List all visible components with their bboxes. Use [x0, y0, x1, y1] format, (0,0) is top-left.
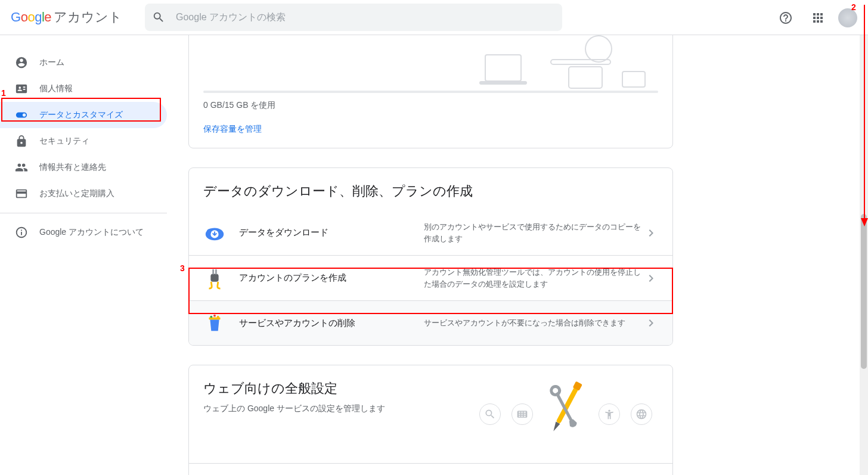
sidebar-item-payments[interactable]: お支払いと定期購入: [0, 181, 167, 207]
row-delete-service-account[interactable]: サービスやアカウントの削除 サービスやアカウントが不要になった場合は削除できます: [189, 300, 672, 345]
svg-rect-10: [212, 269, 214, 274]
svg-rect-5: [622, 72, 645, 87]
row-language[interactable]: 言語 日本語（日本）: [189, 463, 672, 475]
sidebar-item-home[interactable]: ホーム: [0, 49, 167, 76]
keyboard-bubble-icon: [512, 403, 533, 425]
plug-icon: [203, 267, 226, 290]
row-desc: サービスやアカウントが不要になった場合は削除できます: [424, 317, 644, 329]
svg-marker-18: [551, 422, 560, 433]
lock-icon: [14, 134, 29, 148]
chevron-right-icon: [644, 316, 658, 330]
svg-rect-0: [485, 55, 521, 81]
tools-drawing: [533, 380, 599, 439]
svg-point-16: [608, 410, 610, 412]
section-subtitle: ウェブ上の Google サービスの設定を管理します: [203, 403, 385, 414]
credit-card-icon: [14, 187, 29, 201]
sidebar-item-personal-info[interactable]: 個人情報: [0, 76, 167, 102]
sidebar-item-label: データとカスタマイズ: [39, 110, 123, 120]
scrollbar-thumb[interactable]: [861, 214, 867, 369]
row-title: データをダウンロード: [239, 227, 424, 238]
trash-icon: [203, 312, 226, 334]
sidebar-item-label: お支払いと定期購入: [39, 188, 114, 199]
storage-card: 0 GB/15 GB を使用 保存容量を管理: [188, 35, 673, 148]
download-cloud-icon: [203, 222, 226, 244]
id-card-icon: [14, 82, 29, 96]
sidebar-item-about[interactable]: Google アカウントについて: [0, 219, 167, 246]
storage-illustration: [189, 35, 672, 91]
search-input[interactable]: [175, 11, 555, 23]
svg-point-21: [550, 385, 561, 396]
sidebar-separator: [0, 213, 167, 213]
help-button[interactable]: [774, 6, 798, 30]
storage-progress-bar: [203, 91, 658, 93]
svg-rect-11: [215, 269, 217, 274]
section-title: ウェブ向けの全般設定: [203, 380, 385, 398]
svg-rect-9: [210, 274, 218, 281]
home-icon: [14, 55, 29, 70]
section-title: データのダウンロード、削除、プランの作成: [189, 182, 672, 200]
globe-bubble-icon: [631, 403, 652, 425]
info-icon: [14, 225, 29, 240]
svg-rect-4: [569, 67, 602, 88]
web-settings-illustration: [479, 380, 658, 439]
vertical-scrollbar[interactable]: [860, 35, 868, 475]
header-bar: Google アカウント: [0, 0, 868, 35]
manage-storage-link[interactable]: 保存容量を管理: [203, 124, 262, 135]
sidebar-item-label: 情報共有と連絡先: [39, 162, 106, 173]
search-box[interactable]: [145, 4, 562, 31]
google-account-logo[interactable]: Google アカウント: [11, 8, 122, 26]
search-icon: [152, 11, 165, 24]
row-account-plan[interactable]: アカウントのプランを作成 アカウント無効化管理ツールでは、アカウントの使用を停止…: [189, 255, 672, 300]
row-download-data[interactable]: データをダウンロード 別のアカウントやサービスで使用するためにデータのコピーを作…: [189, 210, 672, 255]
google-logo-text: Google: [11, 10, 51, 25]
storage-usage-label: 0 GB/15 GB を使用: [203, 100, 658, 111]
sidebar-item-label: 個人情報: [39, 83, 73, 94]
apps-grid-icon: [811, 11, 825, 25]
svg-rect-1: [479, 81, 527, 85]
svg-point-14: [213, 315, 216, 317]
account-avatar[interactable]: [838, 8, 857, 27]
magnifier-bubble-icon: [479, 403, 501, 425]
help-icon: [779, 11, 793, 25]
data-management-card: データのダウンロード、削除、プランの作成 データをダウンロード 別のアカウントや…: [188, 167, 673, 346]
row-desc: アカウント無効化管理ツールでは、アカウントの使用を停止した場合のデータの処理を設…: [424, 266, 644, 290]
devices-drawing: [479, 35, 658, 91]
main-content: 0 GB/15 GB を使用 保存容量を管理 データのダウンロード、削除、プラン…: [167, 35, 868, 475]
row-title: アカウントのプランを作成: [239, 272, 424, 284]
toggle-icon: [14, 108, 29, 122]
web-settings-card: ウェブ向けの全般設定 ウェブ上の Google サービスの設定を管理します: [188, 365, 673, 475]
sidebar-item-label: セキュリティ: [39, 136, 89, 147]
google-apps-button[interactable]: [806, 6, 830, 30]
sidebar-item-people-sharing[interactable]: 情報共有と連絡先: [0, 154, 167, 181]
svg-point-15: [217, 316, 219, 318]
sidebar-item-label: Google アカウントについて: [39, 227, 144, 238]
accessibility-bubble-icon: [599, 403, 620, 425]
sidebar-item-data-personalization[interactable]: データとカスタマイズ: [0, 102, 167, 128]
svg-point-3: [585, 36, 612, 62]
sidebar: ホーム 個人情報 データとカスタマイズ セキュリティ 情報共有と連絡先 お支払い…: [0, 35, 167, 475]
product-name: アカウント: [54, 8, 122, 26]
row-title: サービスやアカウントの削除: [239, 318, 424, 329]
svg-point-13: [210, 316, 212, 318]
sidebar-item-label: ホーム: [39, 57, 64, 68]
header-actions: [774, 0, 857, 35]
people-icon: [14, 160, 29, 175]
chevron-right-icon: [644, 271, 658, 285]
chevron-right-icon: [644, 226, 658, 240]
sidebar-item-security[interactable]: セキュリティ: [0, 128, 167, 154]
row-desc: 別のアカウントやサービスで使用するためにデータのコピーを作成します: [424, 221, 644, 244]
